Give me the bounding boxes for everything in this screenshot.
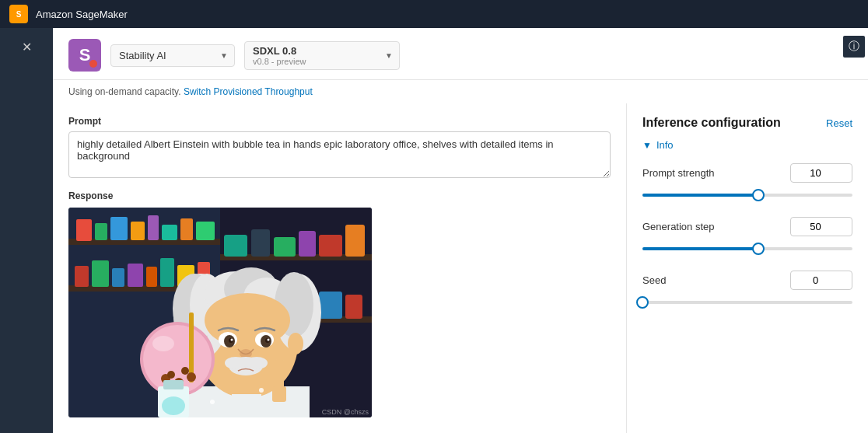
model-name-label: SDXL 0.8	[253, 45, 377, 57]
model-select[interactable]: SDXL 0.8 v0.8 - preview ▼	[244, 41, 400, 70]
provider-select[interactable]: Stability AI ▼	[110, 44, 235, 67]
sagemaker-logo: S	[9, 5, 28, 23]
model-chevron-icon: ▼	[385, 51, 393, 60]
prompt-strength-slider[interactable]	[642, 187, 852, 203]
inference-config-panel: Inference configuration Reset ▼ Info Pro…	[627, 103, 868, 433]
svg-point-59	[225, 357, 247, 369]
svg-rect-35	[319, 292, 342, 319]
svg-rect-19	[160, 258, 174, 287]
app-title: Amazon SageMaker	[36, 9, 128, 20]
left-sidebar: ✕	[0, 28, 53, 433]
svg-rect-29	[319, 235, 342, 257]
svg-point-73	[167, 371, 175, 379]
svg-point-60	[246, 357, 268, 369]
svg-text:S: S	[16, 10, 22, 19]
body-split: Prompt highly detailed Albert Einstein w…	[53, 103, 868, 433]
model-version-label: v0.8 - preview	[253, 57, 377, 66]
watermark: CSDN @chszs	[322, 408, 369, 416]
svg-rect-14	[75, 266, 89, 287]
seed-label: Seed	[642, 274, 666, 286]
generation-step-label: Generation step	[642, 221, 715, 232]
top-nav: S Amazon SageMaker	[0, 0, 868, 28]
svg-rect-27	[274, 237, 296, 257]
left-panel: Prompt highly detailed Albert Einstein w…	[53, 103, 627, 433]
svg-rect-26	[251, 229, 270, 257]
reset-link[interactable]: Reset	[826, 117, 852, 129]
svg-rect-63	[232, 394, 261, 417]
inference-header: Inference configuration Reset	[642, 116, 852, 130]
prompt-strength-field: Prompt strength	[642, 163, 852, 203]
svg-rect-76	[163, 380, 184, 389]
prompt-strength-input[interactable]	[790, 163, 852, 183]
svg-point-78	[259, 388, 264, 393]
svg-rect-16	[112, 268, 124, 287]
svg-point-52	[231, 339, 233, 341]
main-layout: ✕ S Stability AI ▼ SDXL 0.8 v0.8 - previ…	[0, 28, 868, 433]
prompt-textarea[interactable]: highly detailed Albert Einstein with bub…	[68, 131, 611, 178]
generation-step-field: Generation step	[642, 217, 852, 257]
response-image: CSDN @chszs	[68, 208, 372, 417]
seed-input[interactable]	[790, 271, 852, 290]
generation-step-slider[interactable]	[642, 241, 852, 257]
svg-point-56	[268, 339, 270, 341]
svg-rect-69	[189, 313, 194, 382]
info-section[interactable]: ▼ Info	[642, 139, 852, 151]
generation-step-input[interactable]	[790, 217, 852, 236]
provider-chevron-icon: ▼	[220, 51, 228, 60]
info-chevron-icon: ▼	[642, 140, 652, 151]
content-area: S Stability AI ▼ SDXL 0.8 v0.8 - preview…	[53, 28, 868, 433]
svg-point-62	[288, 333, 303, 354]
svg-rect-30	[345, 225, 365, 257]
prompt-label: Prompt	[68, 116, 611, 127]
svg-rect-5	[76, 219, 92, 241]
response-label: Response	[68, 190, 611, 201]
svg-rect-18	[146, 267, 157, 287]
switch-throughput-link[interactable]: Switch Provisioned Throughput	[184, 86, 313, 97]
svg-rect-9	[148, 215, 159, 240]
side-info-button[interactable]: ⓘ	[843, 36, 865, 58]
svg-point-48	[205, 293, 290, 347]
svg-rect-25	[224, 235, 247, 257]
provider-logo: S	[68, 39, 101, 72]
svg-rect-28	[299, 231, 316, 257]
svg-point-72	[187, 372, 196, 382]
svg-rect-10	[162, 225, 177, 240]
svg-rect-6	[95, 223, 107, 240]
svg-point-77	[162, 396, 185, 415]
close-icon: ✕	[22, 40, 32, 54]
svg-rect-11	[180, 218, 193, 240]
close-button[interactable]: ✕	[16, 36, 37, 58]
svg-point-79	[210, 400, 215, 404]
generation-step-header: Generation step	[642, 217, 852, 236]
inference-title: Inference configuration	[642, 116, 781, 130]
model-header: S Stability AI ▼ SDXL 0.8 v0.8 - preview…	[53, 28, 868, 80]
svg-rect-7	[110, 217, 128, 240]
prompt-strength-label: Prompt strength	[642, 167, 715, 179]
svg-rect-17	[128, 264, 143, 287]
info-icon: ⓘ	[849, 40, 859, 54]
svg-point-74	[181, 367, 189, 375]
prompt-strength-header: Prompt strength	[642, 163, 852, 183]
svg-rect-12	[196, 222, 215, 240]
seed-header: Seed	[642, 271, 852, 290]
seed-field: Seed	[642, 271, 852, 310]
svg-rect-8	[131, 222, 145, 240]
svg-rect-65	[272, 386, 286, 402]
svg-point-68	[152, 336, 174, 351]
info-label: Info	[656, 139, 674, 151]
capacity-notice: Using on-demand capacity. Switch Provisi…	[53, 80, 868, 103]
seed-slider[interactable]	[642, 295, 852, 310]
svg-rect-36	[345, 295, 362, 319]
svg-rect-15	[92, 260, 109, 287]
